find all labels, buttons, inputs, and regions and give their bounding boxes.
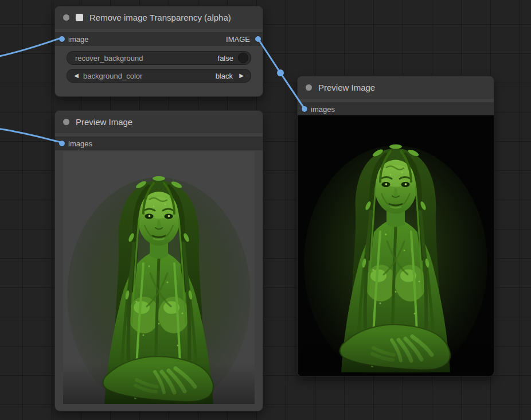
- widget-label: background_color: [83, 72, 142, 80]
- node-header[interactable]: Preview Image: [298, 76, 494, 99]
- node-canvas[interactable]: Remove image Transparency (alpha) image …: [0, 0, 531, 420]
- input-port-images[interactable]: [302, 106, 307, 112]
- arrow-left-icon[interactable]: ◀: [72, 69, 80, 82]
- collapse-dot-icon[interactable]: [63, 14, 69, 21]
- node-header[interactable]: Preview Image: [55, 111, 263, 133]
- widget-list: recover_background false ◀ background_co…: [55, 46, 263, 83]
- port-row: images: [298, 102, 494, 116]
- wire-reroute-dot[interactable]: [277, 69, 284, 76]
- node-preview-image-left[interactable]: Preview Image images: [54, 110, 263, 411]
- output-port-label: IMAGE: [226, 35, 250, 44]
- node-title: Preview Image: [76, 117, 132, 127]
- collapse-dot-icon[interactable]: [63, 119, 69, 125]
- widget-label: recover_background: [75, 54, 143, 63]
- input-port-label: images: [68, 139, 92, 148]
- port-row: images: [55, 137, 263, 150]
- node-title: Remove image Transparency (alpha): [89, 13, 231, 22]
- widget-background-color[interactable]: ◀ background_color black ▶: [67, 69, 251, 83]
- wire-to-image-input: [0, 38, 61, 57]
- port-row: image IMAGE: [55, 32, 263, 46]
- collapse-dot-icon[interactable]: [306, 84, 312, 91]
- preview-image: [298, 115, 494, 376]
- input-port-image[interactable]: [59, 36, 65, 42]
- input-port-label: images: [311, 105, 335, 114]
- wire-to-preview-left-images: [0, 129, 61, 142]
- widget-value: false: [218, 54, 233, 63]
- widget-recover-background[interactable]: recover_background false: [67, 51, 251, 65]
- input-port-label: image: [68, 35, 88, 44]
- node-type-box-icon: [76, 14, 83, 21]
- arrow-right-icon[interactable]: ▶: [237, 69, 245, 82]
- node-title: Preview Image: [318, 83, 375, 92]
- toggle-knob[interactable]: [238, 53, 248, 63]
- preview-image: [63, 151, 255, 404]
- node-preview-image-right[interactable]: Preview Image images: [297, 76, 494, 377]
- node-header[interactable]: Remove image Transparency (alpha): [55, 6, 263, 29]
- node-remove-image-transparency[interactable]: Remove image Transparency (alpha) image …: [54, 6, 263, 97]
- input-port-images[interactable]: [59, 141, 65, 146]
- widget-value: black: [216, 72, 233, 80]
- output-port-image[interactable]: [255, 36, 261, 42]
